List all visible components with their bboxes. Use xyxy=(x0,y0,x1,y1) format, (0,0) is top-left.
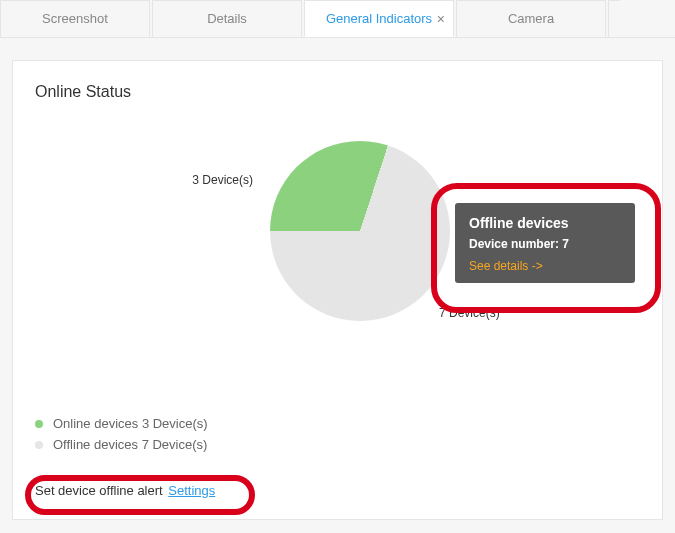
tooltip-see-details-link[interactable]: See details -> xyxy=(469,259,621,273)
tooltip-title: Offline devices xyxy=(469,215,621,231)
tab-camera[interactable]: Camera xyxy=(456,0,606,37)
legend-offline-label: Offline devices 7 Device(s) xyxy=(53,437,207,452)
tab-details[interactable]: Details xyxy=(152,0,302,37)
pie-label-offline: 7 Device(s) xyxy=(439,306,500,320)
legend-online-row: Online devices 3 Device(s) xyxy=(35,416,208,431)
legend-offline-row: Offline devices 7 Device(s) xyxy=(35,437,208,452)
pie-chart[interactable] xyxy=(270,141,450,321)
pie-label-online: 3 Device(s) xyxy=(173,173,253,187)
tab-more[interactable] xyxy=(608,0,620,37)
tab-screenshot[interactable]: Screenshot xyxy=(0,0,150,37)
offline-alert-text: Set device offline alert xyxy=(35,483,163,498)
pie-chart-area: 3 Device(s) 7 Device(s) Offline devices … xyxy=(35,111,640,371)
close-icon[interactable]: × xyxy=(437,11,445,27)
tab-label: General Indicators xyxy=(326,11,432,26)
pie-legend: Online devices 3 Device(s) Offline devic… xyxy=(35,416,208,458)
tab-bar: Screenshot Details General Indicators × … xyxy=(0,0,675,38)
legend-dot-icon xyxy=(35,441,43,449)
panel-title: Online Status xyxy=(35,83,640,101)
settings-link[interactable]: Settings xyxy=(168,483,215,498)
pie-tooltip: Offline devices Device number: 7 See det… xyxy=(455,203,635,283)
tab-general-indicators[interactable]: General Indicators × xyxy=(304,0,454,37)
offline-alert-line: Set device offline alert Settings xyxy=(35,483,215,498)
legend-dot-icon xyxy=(35,420,43,428)
online-status-panel: Online Status 3 Device(s) 7 Device(s) Of… xyxy=(12,60,663,520)
tooltip-number: Device number: 7 xyxy=(469,237,621,251)
legend-online-label: Online devices 3 Device(s) xyxy=(53,416,208,431)
